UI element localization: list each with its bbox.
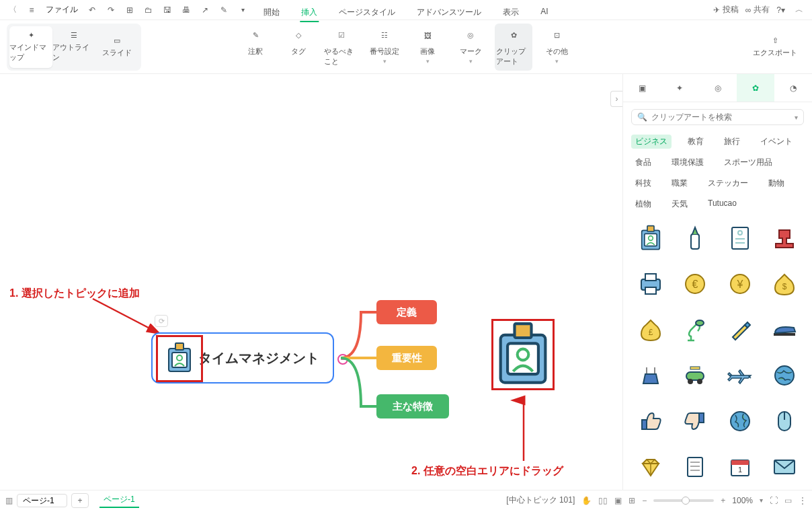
clip-glue[interactable] [677, 222, 713, 254]
child-topic-2[interactable]: 重要性 [376, 346, 437, 370]
pages-icon[interactable]: ▥ [5, 496, 13, 505]
clip-earth[interactable] [722, 405, 758, 437]
clip-euro[interactable]: € [677, 268, 713, 300]
insert-numbering[interactable]: ☷番号設定▾ [366, 24, 403, 71]
menu-icon[interactable]: ≡ [24, 3, 39, 17]
clip-paper[interactable] [677, 451, 713, 483]
clip-moneybag[interactable]: $ [766, 268, 803, 300]
more-status-icon[interactable]: ⋮ [799, 496, 807, 505]
cat-sports[interactable]: スポーツ用品 [720, 155, 776, 170]
chevron-down-icon[interactable]: ▾ [760, 497, 763, 504]
child-topic-1[interactable]: 定義 [376, 300, 437, 324]
hand-icon[interactable]: ✋ [581, 496, 592, 505]
export-quick-icon[interactable]: ↗ [198, 3, 212, 17]
side-collapse-button[interactable]: › [610, 91, 622, 107]
sidetab-history[interactable]: ◔ [774, 74, 812, 102]
export-button[interactable]: ⇧ エクスポート [753, 36, 805, 58]
insert-image[interactable]: 🖼画像▾ [409, 24, 446, 71]
cat-sticker[interactable]: ステッカー [704, 176, 752, 190]
share-button[interactable]: ∞共有 [745, 4, 770, 15]
tab-ai[interactable]: AI [539, 4, 549, 22]
cat-tutucao[interactable]: Tutucao [704, 197, 741, 211]
cat-food[interactable]: 食品 [631, 155, 655, 170]
page-tab[interactable]: ページ-1 [99, 493, 139, 508]
clip-id-badge[interactable] [633, 222, 669, 254]
clip-pencil[interactable] [722, 314, 758, 346]
share-quick-icon[interactable]: ✎ [216, 3, 231, 17]
view-outline[interactable]: ☰ アウトライン [52, 26, 95, 68]
fullscreen-icon[interactable]: ⛶ [770, 496, 778, 505]
cat-education[interactable]: 教育 [684, 135, 708, 149]
clip-stamp[interactable] [766, 222, 803, 254]
fit-icon[interactable]: ▭ [784, 496, 792, 505]
collapse-ribbon-icon[interactable]: ︿ [792, 3, 807, 17]
sidetab-ai[interactable]: ✦ [661, 74, 698, 102]
insert-mark[interactable]: ◎マーク▾ [452, 24, 489, 71]
insert-other[interactable]: ⊡その他▾ [538, 24, 575, 71]
clip-pound-bag[interactable]: £ [633, 314, 669, 346]
view-slide[interactable]: ▭ スライド [95, 26, 138, 68]
clip-thumbs-up[interactable] [633, 405, 669, 437]
clip-lamp[interactable] [677, 314, 713, 346]
clip-globe[interactable] [766, 359, 803, 392]
focus-icon[interactable]: ▣ [614, 496, 622, 505]
insert-todo[interactable]: ☑やるべきこと [323, 24, 360, 71]
clip-car[interactable] [677, 359, 713, 392]
canvas[interactable]: 1. 選択したトピックに追加 ⟳ タイムマネジメント − 定義 重要性 主な特徴… [0, 74, 622, 490]
new-icon[interactable]: ⊞ [122, 3, 137, 17]
clip-diamond[interactable] [633, 451, 669, 483]
zoom-slider[interactable] [653, 499, 714, 502]
redo-icon[interactable]: ↷ [104, 3, 118, 17]
cat-animal[interactable]: 動物 [764, 176, 788, 190]
file-menu[interactable]: ファイル [46, 4, 78, 15]
insert-note[interactable]: ✎注釈 [237, 24, 274, 71]
tab-advanced[interactable]: アドバンスツール [415, 4, 483, 22]
topic-handle[interactable]: ⟳ [155, 315, 168, 327]
cat-plant[interactable]: 植物 [631, 197, 655, 211]
tab-insert[interactable]: 挿入 [300, 4, 319, 22]
clip-calendar[interactable]: 1 [722, 451, 758, 483]
sidetab-clipart[interactable]: ✿ [737, 74, 774, 102]
cat-weather[interactable]: 天気 [667, 197, 692, 211]
undo-icon[interactable]: ↶ [85, 3, 99, 17]
clip-thumbs-down[interactable] [677, 405, 713, 437]
split-icon[interactable]: ▯▯ [598, 496, 608, 505]
sidetab-mark[interactable]: ◎ [698, 74, 736, 102]
clip-envelope[interactable] [766, 451, 803, 483]
cat-env[interactable]: 環境保護 [667, 155, 708, 170]
insert-clipart[interactable]: ✿クリップアート [495, 24, 532, 71]
clip-stapler[interactable] [766, 314, 803, 346]
clipart-search-input[interactable] [651, 112, 790, 122]
zoom-out-button[interactable]: − [642, 496, 647, 505]
tab-view[interactable]: 表示 [501, 4, 520, 22]
clip-binder-clip[interactable] [633, 359, 669, 392]
save-icon[interactable]: 🖫 [160, 3, 175, 17]
clip-mouse[interactable] [766, 405, 803, 437]
cat-job[interactable]: 職業 [667, 176, 692, 190]
chevron-down-icon[interactable]: ▾ [795, 114, 798, 121]
page-select[interactable]: ページ-1 [17, 494, 67, 507]
post-button[interactable]: ✈投稿 [713, 4, 739, 15]
tab-pagestyle[interactable]: ページスタイル [337, 4, 397, 22]
cat-business[interactable]: ビジネス [631, 135, 672, 149]
cat-event[interactable]: イベント [756, 135, 797, 149]
print-icon[interactable]: 🖶 [179, 3, 194, 17]
child-topic-3[interactable]: 主な特徴 [376, 394, 449, 418]
clip-document[interactable] [722, 222, 758, 254]
add-page-button[interactable]: + [71, 493, 89, 508]
cat-travel[interactable]: 旅行 [720, 135, 744, 149]
zoom-in-button[interactable]: + [721, 496, 725, 505]
clip-yen[interactable]: ¥ [722, 268, 758, 300]
cat-tech[interactable]: 科技 [631, 176, 655, 190]
clip-printer[interactable] [633, 268, 669, 300]
sidetab-style[interactable]: ▣ [623, 74, 661, 102]
clipart-search[interactable]: 🔍 ▾ [631, 109, 804, 125]
clip-plane[interactable] [722, 359, 758, 392]
more-quick-icon[interactable]: ▾ [235, 3, 250, 17]
back-icon[interactable]: 〈 [5, 3, 20, 17]
tab-start[interactable]: 開始 [262, 4, 281, 22]
grid-icon[interactable]: ⊞ [628, 496, 635, 505]
view-mindmap[interactable]: ✦ マインドマップ [9, 26, 52, 68]
help-button[interactable]: ?▾ [776, 5, 785, 15]
open-icon[interactable]: 🗀 [141, 3, 156, 17]
